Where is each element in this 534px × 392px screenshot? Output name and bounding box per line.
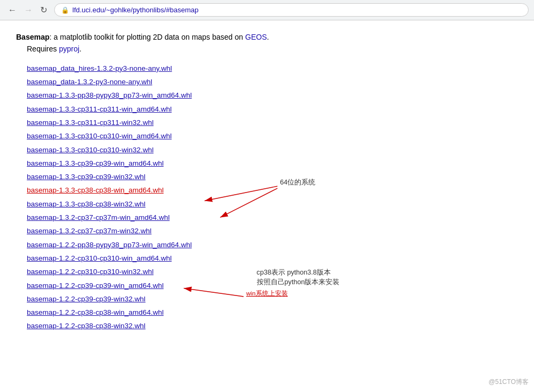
- geos-link[interactable]: GEOS: [245, 33, 266, 41]
- list-item: basemap-1.3.3-pp38-pypy38_pp73-win_amd64…: [27, 88, 518, 102]
- intro-paragraph: Basemap: a matplotlib toolkit for plotti…: [16, 31, 518, 55]
- list-item: basemap-1.3.2-cp37-cp37m-win_amd64.whl: [27, 211, 518, 224]
- list-item: basemap-1.2.2-pp38-pypy38_pp73-win_amd64…: [27, 238, 518, 252]
- file-link[interactable]: basemap-1.3.3-cp39-cp39-win32.whl: [27, 173, 145, 181]
- address-bar[interactable]: 🔒 lfd.uci.edu/~gohlke/pythonlibs/#basema…: [54, 3, 529, 17]
- reload-button[interactable]: ↻: [38, 4, 50, 16]
- intro-description: : a matplotlib toolkit for plotting 2D d…: [49, 33, 245, 41]
- file-link[interactable]: basemap-1.3.3-cp39-cp39-win_amd64.whl: [27, 159, 164, 167]
- file-link[interactable]: basemap-1.2.2-cp38-cp38-win32.whl: [27, 322, 145, 330]
- file-link[interactable]: basemap-1.2.2-cp39-cp39-win32.whl: [27, 295, 145, 303]
- url-text: lfd.uci.edu/~gohlke/pythonlibs/#basemap: [72, 6, 198, 14]
- file-link[interactable]: basemap_data-1.3.2-py3-none-any.whl: [27, 78, 152, 86]
- list-item: basemap-1.3.3-cp311-cp311-win32.whl: [27, 116, 518, 129]
- list-item: basemap_data-1.3.2-py3-none-any.whl: [27, 75, 518, 88]
- forward-button[interactable]: →: [21, 4, 35, 16]
- file-link[interactable]: basemap-1.3.3-cp38-cp38-win32.whl: [27, 200, 145, 208]
- list-item: basemap-1.2.2-cp38-cp38-win_amd64.whl: [27, 306, 518, 319]
- file-link[interactable]: basemap-1.2.2-cp310-cp310-win_amd64.whl: [27, 254, 172, 262]
- file-link[interactable]: basemap-1.3.3-cp311-cp311-win_amd64.whl: [27, 105, 172, 113]
- file-link[interactable]: basemap-1.3.3-cp311-cp311-win32.whl: [27, 119, 153, 127]
- basemap-title: Basemap: [16, 33, 49, 41]
- page-content: Basemap: a matplotlib toolkit for plotti…: [0, 20, 534, 344]
- overlay-container: Basemap: a matplotlib toolkit for plotti…: [16, 31, 518, 333]
- list-item: basemap-1.3.3-cp38-cp38-win32.whl: [27, 197, 518, 211]
- list-item: basemap-1.3.3-cp310-cp310-win32.whl: [27, 143, 518, 157]
- links-list: basemap_data_hires-1.3.2-py3-none-any.wh…: [16, 62, 518, 333]
- file-link[interactable]: basemap-1.2.2-cp39-cp39-win_amd64.whl: [27, 282, 164, 290]
- list-item: basemap-1.3.3-cp39-cp39-win32.whl: [27, 170, 518, 183]
- list-item: basemap-1.3.3-cp39-cp39-win_amd64.whl: [27, 157, 518, 170]
- pyproj-link[interactable]: pyproj: [59, 45, 79, 53]
- list-item: basemap-1.3.3-cp38-cp38-win_amd64.whl: [27, 183, 518, 197]
- file-link[interactable]: basemap-1.3.3-cp38-cp38-win_amd64.whl: [27, 186, 164, 194]
- list-item: basemap-1.2.2-cp310-cp310-win_amd64.whl: [27, 252, 518, 265]
- browser-chrome: ← → ↻ 🔒 lfd.uci.edu/~gohlke/pythonlibs/#…: [0, 0, 534, 20]
- file-link[interactable]: basemap-1.3.2-cp37-cp37m-win_amd64.whl: [27, 213, 169, 221]
- back-button[interactable]: ←: [5, 4, 19, 16]
- nav-buttons: ← → ↻: [5, 4, 50, 16]
- file-link[interactable]: basemap-1.2.2-pp38-pypy38_pp73-win_amd64…: [27, 241, 192, 249]
- requires-text: Requires pyproj.: [27, 45, 81, 53]
- file-link[interactable]: basemap_data_hires-1.3.2-py3-none-any.wh…: [27, 64, 172, 72]
- list-item: basemap-1.3.3-cp310-cp310-win_amd64.whl: [27, 129, 518, 143]
- list-item: basemap-1.2.2-cp310-cp310-win32.whl: [27, 265, 518, 278]
- file-link[interactable]: basemap-1.2.2-cp38-cp38-win_amd64.whl: [27, 308, 164, 316]
- list-item: basemap-1.2.2-cp39-cp39-win32.whl: [27, 292, 518, 306]
- file-link[interactable]: basemap-1.3.2-cp37-cp37m-win32.whl: [27, 227, 152, 235]
- list-item: basemap-1.2.2-cp39-cp39-win_amd64.whl: [27, 279, 518, 292]
- list-item: basemap_data_hires-1.3.2-py3-none-any.wh…: [27, 62, 518, 75]
- list-item: basemap-1.3.2-cp37-cp37m-win32.whl: [27, 224, 518, 238]
- file-link[interactable]: basemap-1.2.2-cp310-cp310-win32.whl: [27, 268, 153, 276]
- file-link[interactable]: basemap-1.3.3-cp310-cp310-win_amd64.whl: [27, 132, 172, 140]
- list-item: basemap-1.3.3-cp311-cp311-win_amd64.whl: [27, 102, 518, 116]
- file-link[interactable]: basemap-1.3.3-pp38-pypy38_pp73-win_amd64…: [27, 91, 192, 99]
- list-item: basemap-1.2.2-cp38-cp38-win32.whl: [27, 319, 518, 332]
- lock-icon: 🔒: [61, 6, 69, 14]
- file-link[interactable]: basemap-1.3.3-cp310-cp310-win32.whl: [27, 146, 153, 154]
